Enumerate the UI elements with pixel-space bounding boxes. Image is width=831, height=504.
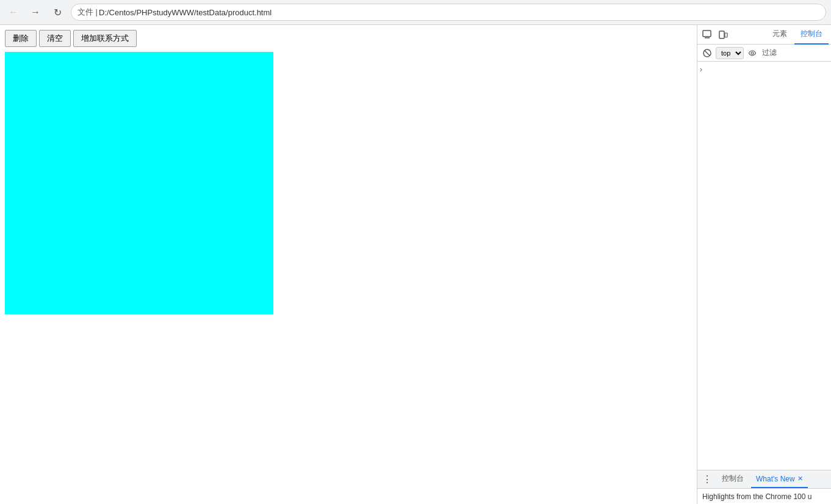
devtools-top-toolbar: 元素 控制台 [697, 25, 831, 45]
eye-icon[interactable] [745, 46, 760, 60]
svg-rect-0 [703, 31, 711, 37]
filter-label: 过滤 [762, 48, 777, 58]
reload-button[interactable]: ↻ [49, 4, 66, 21]
devtools-panel: 元素 控制台 top 过滤 › [697, 25, 831, 504]
cyan-box [5, 52, 273, 314]
page-content: 删除 清空 增加联系方式 [0, 25, 697, 319]
more-tabs-button[interactable]: ⋮ [700, 472, 714, 487]
console-prompt[interactable]: › [700, 64, 829, 75]
svg-rect-2 [719, 31, 724, 38]
device-toolbar-icon[interactable] [716, 27, 730, 42]
browser-content: 删除 清空 增加联系方式 元素 控 [0, 25, 831, 504]
whats-new-text: Highlights from the Chrome 100 u [702, 492, 811, 501]
svg-point-6 [751, 52, 754, 54]
back-button[interactable]: ← [5, 4, 22, 21]
page-buttons: 删除 清空 增加联系方式 [5, 30, 692, 47]
address-url: D:/Centos/PHPstudyWWW/testData/product.h… [99, 8, 272, 17]
add-contact-button[interactable]: 增加联系方式 [73, 30, 137, 47]
whats-new-content: Highlights from the Chrome 100 u [697, 488, 831, 504]
devtools-second-toolbar: top 过滤 [697, 45, 831, 62]
devtools-console-area[interactable]: › [697, 62, 831, 470]
devtools-bottom-bar: ⋮ 控制台 What's New ✕ [697, 470, 831, 488]
svg-rect-3 [725, 33, 727, 37]
context-select[interactable]: top [716, 47, 744, 59]
bottom-tab-whats-new[interactable]: What's New ✕ [751, 471, 808, 488]
forward-button[interactable]: → [27, 4, 44, 21]
clear-console-icon[interactable] [700, 46, 714, 60]
browser-toolbar: ← → ↻ 文件 | D:/Centos/PHPstudyWWW/testDat… [0, 0, 831, 24]
address-bar[interactable]: 文件 | D:/Centos/PHPstudyWWW/testData/prod… [71, 4, 826, 21]
tab-elements[interactable]: 元素 [766, 25, 793, 45]
svg-line-5 [705, 51, 710, 56]
inspect-element-icon[interactable] [700, 27, 714, 42]
page-area: 删除 清空 增加联系方式 [0, 25, 697, 504]
close-whats-new-button[interactable]: ✕ [797, 475, 803, 483]
tab-console[interactable]: 控制台 [794, 25, 829, 45]
delete-button[interactable]: 删除 [5, 30, 37, 47]
bottom-tab-console[interactable]: 控制台 [717, 471, 749, 488]
address-protocol: 文件 | [77, 7, 98, 18]
clear-button[interactable]: 清空 [39, 30, 71, 47]
browser-chrome: ← → ↻ 文件 | D:/Centos/PHPstudyWWW/testDat… [0, 0, 831, 25]
